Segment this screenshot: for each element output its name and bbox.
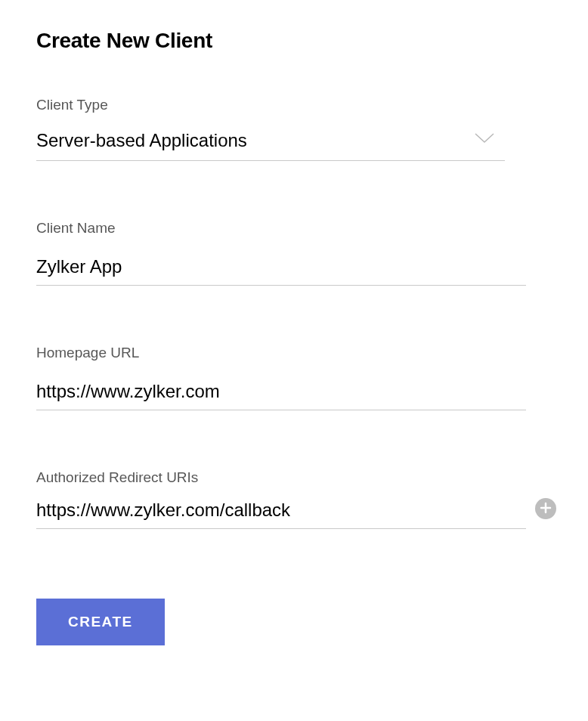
client-name-input[interactable] <box>36 253 526 286</box>
client-name-label: Client Name <box>36 220 552 237</box>
client-type-label: Client Type <box>36 97 552 113</box>
client-type-group: Client Type Server-based Applications <box>36 97 552 161</box>
redirect-uris-label: Authorized Redirect URIs <box>36 469 552 486</box>
redirect-uris-group: Authorized Redirect URIs <box>36 469 552 529</box>
client-type-select[interactable]: Server-based Applications <box>36 130 505 161</box>
chevron-down-icon <box>475 133 494 147</box>
client-type-value: Server-based Applications <box>36 130 247 150</box>
redirect-uri-input[interactable] <box>36 497 526 529</box>
page-title: Create New Client <box>36 29 552 53</box>
homepage-url-group: Homepage URL <box>36 345 552 410</box>
homepage-url-label: Homepage URL <box>36 345 552 361</box>
client-name-group: Client Name <box>36 220 552 286</box>
create-button[interactable]: CREATE <box>36 599 165 645</box>
redirect-uri-row <box>36 497 556 529</box>
plus-icon <box>540 502 552 516</box>
homepage-url-input[interactable] <box>36 378 526 410</box>
add-redirect-uri-button[interactable] <box>535 498 556 519</box>
